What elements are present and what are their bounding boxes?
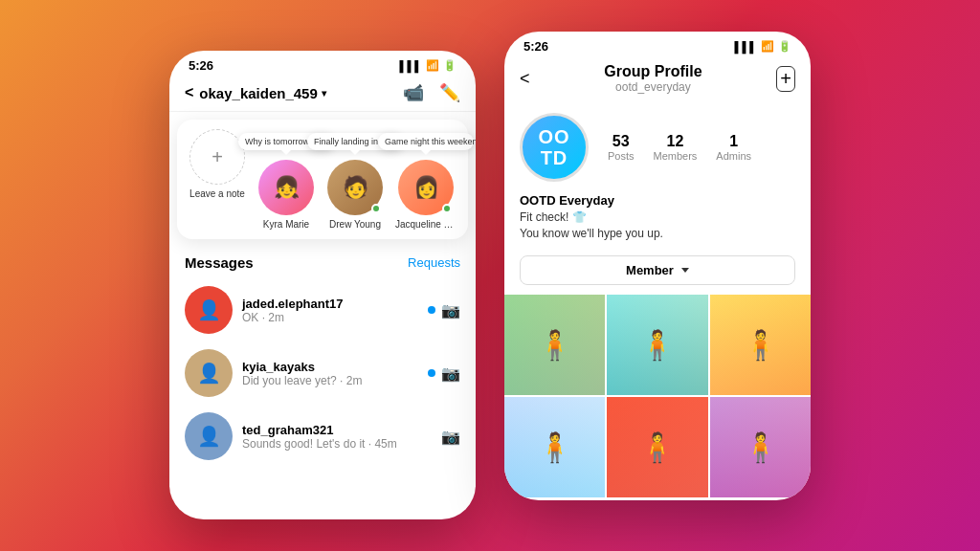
plus-icon: + (212, 146, 223, 168)
photo-4: 🧍 (607, 397, 707, 497)
time-right: 5:26 (523, 39, 548, 54)
compose-icon[interactable]: ✏️ (439, 82, 460, 103)
camera-icon-0[interactable]: 📷 (441, 301, 460, 320)
photo-0: 🧍 (504, 295, 605, 395)
msg-right-2: 📷 (441, 428, 460, 446)
right-header: < Group Profile ootd_everyday + (504, 57, 811, 101)
bio-line1: Fit check! 👕 (520, 209, 795, 226)
online-indicator-jacqueline (442, 204, 452, 213)
unread-dot-1 (428, 369, 435, 377)
stat-members: 12 Members (654, 133, 698, 162)
add-note-btn[interactable]: + (189, 129, 245, 185)
story-item-drew[interactable]: Finally landing in NYC! ❤️ 🧑 Drew Young (326, 160, 384, 230)
member-button[interactable]: Member (520, 255, 795, 285)
profile-section: OO TD 53 Posts 12 Members 1 Admins (504, 101, 811, 193)
stat-posts: 53 Posts (608, 133, 635, 162)
dropdown-icon: ▾ (322, 88, 326, 99)
stat-label-posts: Posts (608, 150, 635, 162)
photo-3: 🧍 (504, 397, 605, 497)
video-icon[interactable]: 📹 (403, 82, 424, 103)
stats-row: 53 Posts 12 Members 1 Admins (608, 133, 751, 162)
add-group-icon[interactable]: + (776, 66, 795, 92)
add-note-label: Leave a note (189, 188, 245, 199)
bio-line2: You know we'll hype you up. (520, 226, 795, 242)
group-subtitle: ootd_everyday (604, 80, 702, 94)
stat-label-admins: Admins (716, 150, 751, 162)
photo-cell-3[interactable]: 🧍 (504, 397, 605, 497)
stat-num-members: 12 (654, 133, 698, 150)
story-label-kyra: Kyra Marie (263, 219, 309, 230)
photo-cell-4[interactable]: 🧍 (607, 397, 707, 497)
story-avatar-drew[interactable]: Finally landing in NYC! ❤️ 🧑 (327, 160, 383, 215)
story-avatar-jacqueline[interactable]: Game night this weekend? 🎮 👩 (398, 160, 454, 215)
requests-link[interactable]: Requests (408, 255, 460, 270)
message-item-1[interactable]: 👤 kyia_kayaks Did you leave yet? · 2m 📷 (185, 342, 460, 405)
stories-scroll: + Leave a note Why is tomorrow Monday!? … (189, 129, 457, 230)
bio-section: OOTD Everyday Fit check! 👕 You know we'l… (504, 193, 811, 252)
back-arrow-right[interactable]: < (520, 69, 530, 89)
camera-icon-2[interactable]: 📷 (441, 428, 460, 446)
msg-preview-1: Did you leave yet? · 2m (242, 374, 418, 387)
story-label-jacqueline: Jacqueline Lam (395, 219, 457, 230)
msg-right-0: 📷 (428, 301, 460, 320)
photo-cell-1[interactable]: 🧍 (607, 295, 707, 395)
msg-right-1: 📷 (428, 364, 460, 383)
photo-cell-2[interactable]: 🧍 (710, 295, 811, 395)
stat-admins: 1 Admins (716, 133, 751, 162)
story-label-drew: Drew Young (329, 219, 381, 230)
photo-1: 🧍 (607, 295, 707, 395)
stories-container: + Leave a note Why is tomorrow Monday!? … (177, 120, 468, 239)
avatar-line2: TD (541, 147, 568, 168)
msg-username-1: kyia_kayaks (242, 360, 418, 374)
photo-5: 🧍 (710, 397, 811, 497)
note-bubble-jacqueline: Game night this weekend? 🎮 (378, 133, 474, 150)
add-note-item[interactable]: + Leave a note (189, 129, 246, 199)
left-header: < okay_kaiden_459 ▾ 📹 ✏️ (169, 77, 476, 112)
camera-icon-1[interactable]: 📷 (441, 364, 460, 383)
group-display-name: OOTD Everyday (520, 193, 795, 208)
stat-num-posts: 53 (608, 133, 635, 150)
message-item-0[interactable]: 👤 jaded.elephant17 OK · 2m 📷 (185, 278, 460, 342)
header-title-left[interactable]: < okay_kaiden_459 ▾ (185, 84, 326, 101)
msg-avatar-1: 👤 (185, 349, 233, 397)
right-phone: 5:26 ▌▌▌ 📶 🔋 < Group Profile ootd_everyd… (504, 32, 811, 500)
unread-dot-0 (428, 306, 435, 314)
story-item-jacqueline[interactable]: Game night this weekend? 🎮 👩 Jacqueline … (395, 160, 457, 230)
time-left: 5:26 (189, 58, 213, 73)
msg-avatar-2: 👤 (185, 412, 233, 460)
group-title: Group Profile (604, 63, 702, 80)
header-icons-left: 📹 ✏️ (403, 82, 460, 103)
status-icons-left: ▌▌▌ 📶 🔋 (400, 59, 457, 72)
story-item-kyra[interactable]: Why is tomorrow Monday!? 😅 👧 Kyra Marie (257, 160, 315, 230)
left-phone: 5:26 ▌▌▌ 📶 🔋 < okay_kaiden_459 ▾ 📹 ✏️ + … (169, 51, 476, 519)
msg-username-0: jaded.elephant17 (242, 297, 418, 311)
battery-icon-right: 🔋 (778, 40, 791, 53)
story-avatar-kyra[interactable]: Why is tomorrow Monday!? 😅 👧 (258, 160, 314, 215)
status-bar-left: 5:26 ▌▌▌ 📶 🔋 (169, 51, 476, 77)
photo-cell-5[interactable]: 🧍 (710, 397, 811, 497)
message-item-2[interactable]: 👤 ted_graham321 Sounds good! Let's do it… (185, 405, 460, 468)
stat-label-members: Members (654, 150, 698, 162)
msg-preview-0: OK · 2m (242, 311, 418, 324)
member-label: Member (626, 263, 674, 277)
msg-content-0: jaded.elephant17 OK · 2m (242, 297, 418, 324)
back-arrow-left[interactable]: < (185, 84, 193, 101)
stat-num-admins: 1 (716, 133, 751, 150)
messages-header: Messages Requests (185, 254, 460, 271)
msg-username-2: ted_graham321 (242, 423, 432, 437)
group-avatar: OO TD (520, 113, 589, 182)
messages-title: Messages (185, 254, 254, 271)
battery-icon-left: 🔋 (443, 59, 457, 72)
status-icons-right: ▌▌▌ 📶 🔋 (735, 40, 791, 53)
messages-section: Messages Requests 👤 jaded.elephant17 OK … (169, 247, 476, 475)
username-label[interactable]: okay_kaiden_459 (199, 85, 317, 101)
signal-icon-left: ▌▌▌ (400, 60, 422, 72)
wifi-icon-left: 📶 (426, 59, 439, 72)
msg-content-1: kyia_kayaks Did you leave yet? · 2m (242, 360, 418, 387)
online-indicator-drew (371, 204, 381, 213)
msg-content-2: ted_graham321 Sounds good! Let's do it ·… (242, 423, 432, 451)
status-bar-right: 5:26 ▌▌▌ 📶 🔋 (504, 32, 811, 57)
photo-cell-0[interactable]: 🧍 (504, 295, 605, 395)
photo-2: 🧍 (710, 295, 811, 395)
photo-grid: 🧍 🧍 🧍 🧍 (504, 295, 811, 498)
